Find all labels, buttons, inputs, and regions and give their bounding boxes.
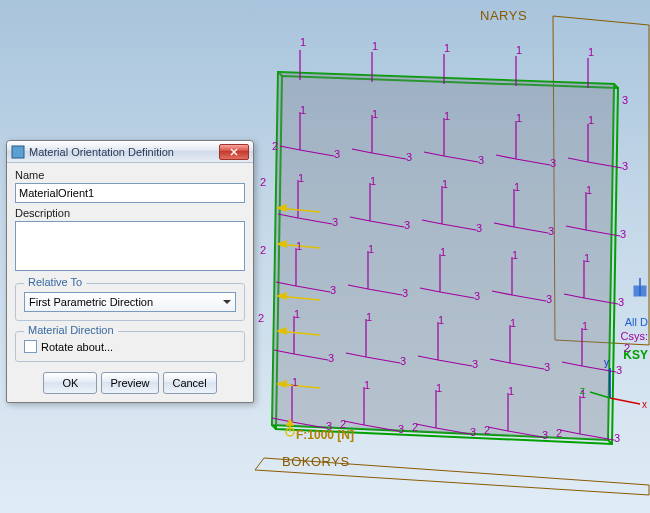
axis-num-1: 1 [588, 114, 594, 126]
cancel-button[interactable]: Cancel [163, 372, 217, 394]
axis-num-1: 1 [364, 379, 370, 391]
axis-num-3: 3 [406, 151, 412, 163]
axis-num-3: 3 [478, 154, 484, 166]
dialog-title: Material Orientation Definition [29, 146, 219, 158]
axis-num-1: 1 [586, 184, 592, 196]
material-orientation-dialog: Material Orientation Definition Name Des… [6, 140, 254, 403]
relative-to-legend: Relative To [24, 276, 86, 288]
axis-num-1: 1 [508, 385, 514, 397]
axis-num-1: 1 [292, 376, 298, 388]
axis-num-1: 1 [440, 246, 446, 258]
rotate-about-checkbox[interactable] [24, 340, 37, 353]
relative-to-select[interactable]: First Parametric Direction [24, 292, 236, 312]
svg-text:x: x [642, 399, 647, 410]
ok-button[interactable]: OK [43, 372, 97, 394]
axis-num-3: 3 [476, 222, 482, 234]
axis-num-3: 3 [470, 426, 476, 438]
axis-num-1: 1 [372, 40, 378, 52]
axis-num-2: 2 [260, 244, 266, 256]
axis-num-2: 2 [258, 312, 264, 324]
axis-num-3: 3 [398, 423, 404, 435]
svg-text:y: y [604, 357, 609, 368]
axis-num-1: 1 [444, 42, 450, 54]
svg-line-1 [610, 398, 640, 404]
axis-num-2: 2 [556, 427, 562, 439]
axis-num-3: 3 [544, 361, 550, 373]
axis-num-1: 1 [584, 252, 590, 264]
axis-num-1: 1 [294, 308, 300, 320]
axis-num-3: 3 [542, 429, 548, 441]
axis-num-1: 1 [582, 320, 588, 332]
view-label-bottom: BOKORYS [282, 454, 350, 469]
axis-num-3: 3 [618, 296, 624, 308]
dialog-titlebar[interactable]: Material Orientation Definition [7, 141, 253, 163]
axis-num-1: 1 [298, 172, 304, 184]
axis-num-1: 1 [300, 36, 306, 48]
material-direction-group: Material Direction Rotate about... [15, 331, 245, 362]
axis-num-1: 1 [300, 104, 306, 116]
axis-num-3: 3 [622, 160, 628, 172]
axis-num-3: 3 [614, 432, 620, 444]
view-label-top: NARYS [480, 8, 527, 23]
name-input[interactable] [15, 183, 245, 203]
rotate-about-label: Rotate about... [41, 341, 113, 353]
axis-num-3: 3 [616, 364, 622, 376]
close-button[interactable] [219, 144, 249, 160]
description-label: Description [15, 207, 245, 219]
axis-num-2: 2 [272, 140, 278, 152]
axis-num-2: 2 [260, 176, 266, 188]
right-label-csys: Csys: [621, 330, 649, 342]
axis-num-1: 1 [516, 44, 522, 56]
axis-num-3: 3 [546, 293, 552, 305]
axis-num-1: 1 [372, 108, 378, 120]
axis-num-3: 3 [334, 148, 340, 160]
axis-num-1: 1 [370, 175, 376, 187]
preview-button[interactable]: Preview [101, 372, 158, 394]
axis-num-1: 1 [514, 181, 520, 193]
axis-num-3: 3 [548, 225, 554, 237]
axis-num-3: 3 [550, 157, 556, 169]
axis-num-3: 3 [330, 284, 336, 296]
app-icon [11, 145, 25, 159]
axis-num-1: 1 [366, 311, 372, 323]
axis-num-1: 1 [442, 178, 448, 190]
axis-num-1: 1 [438, 314, 444, 326]
axis-num-1: 1 [588, 46, 594, 58]
axis-num-1: 1 [510, 317, 516, 329]
axis-num-3: 3 [326, 420, 332, 432]
axis-num-3: 3 [404, 219, 410, 231]
axis-num-3: 3 [472, 358, 478, 370]
material-direction-legend: Material Direction [24, 324, 118, 336]
name-label: Name [15, 169, 245, 181]
axis-num-3: 3 [622, 94, 628, 106]
relative-to-group: Relative To First Parametric Direction [15, 283, 245, 321]
axis-num-2: 2 [484, 424, 490, 436]
axis-num-2: 2 [412, 421, 418, 433]
axis-num-1: 1 [516, 112, 522, 124]
right-label-alld: All D [625, 316, 648, 328]
axis-num-1: 1 [444, 110, 450, 122]
axis-num-1: 1 [296, 240, 302, 252]
axis-num-1: 1 [512, 249, 518, 261]
svg-rect-9 [12, 146, 24, 158]
force-load-label: F:1000 [N] [296, 428, 354, 442]
axis-num-3: 3 [402, 287, 408, 299]
axis-num-3: 3 [474, 290, 480, 302]
chevron-down-icon [223, 300, 231, 304]
axis-num-1: 1 [580, 388, 586, 400]
axis-num-1: 1 [436, 382, 442, 394]
description-input[interactable] [15, 221, 245, 271]
axis-num-3: 3 [400, 355, 406, 367]
axis-num-1: 1 [368, 243, 374, 255]
axis-num-3: 3 [332, 216, 338, 228]
relative-to-value: First Parametric Direction [29, 296, 153, 308]
axis-num-3: 3 [328, 352, 334, 364]
axis-num-2: 2 [340, 418, 346, 430]
axis-num-2: 2 [624, 342, 630, 354]
axis-num-3: 3 [620, 228, 626, 240]
